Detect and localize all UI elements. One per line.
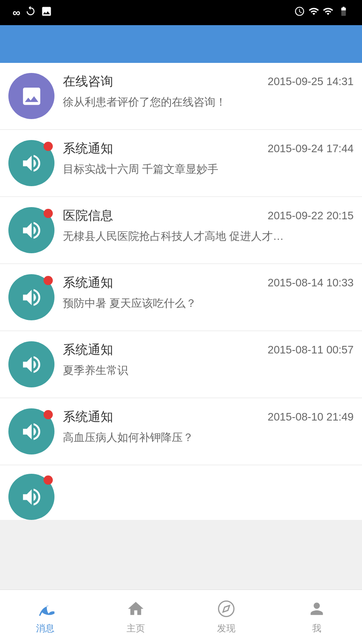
message-header-row: 系统通知2015-09-24 17:44 bbox=[63, 140, 354, 157]
leaf-icon bbox=[36, 600, 54, 620]
message-time: 2015-09-24 17:44 bbox=[268, 142, 354, 155]
avatar bbox=[8, 140, 54, 186]
list-item[interactable]: 系统通知2015-08-11 00:57夏季养生常识 bbox=[0, 331, 362, 397]
message-body: 徐从利患者评价了您的在线咨询！ bbox=[63, 94, 354, 109]
status-right bbox=[294, 6, 354, 19]
message-time: 2015-09-22 20:15 bbox=[268, 209, 354, 222]
nav-label-me: 我 bbox=[312, 622, 321, 635]
message-content: 在线咨询2015-09-25 14:31徐从利患者评价了您的在线咨询！ bbox=[63, 73, 354, 109]
avatar bbox=[8, 341, 54, 387]
clock-icon bbox=[294, 6, 305, 19]
message-header-row: 系统通知2015-08-10 21:49 bbox=[63, 408, 354, 426]
message-body: 夏季养生常识 bbox=[63, 363, 354, 378]
message-header-row: 系统通知2015-08-14 10:33 bbox=[63, 274, 354, 291]
avatar bbox=[8, 274, 54, 320]
status-left: ∞ bbox=[8, 5, 52, 20]
list-item[interactable]: 系统通知2015-08-14 10:33预防中暑 夏天应该吃什么？ bbox=[0, 264, 362, 330]
message-type: 系统通知 bbox=[63, 408, 113, 426]
unread-badge bbox=[44, 410, 53, 419]
message-content: 系统通知2015-08-14 10:33预防中暑 夏天应该吃什么？ bbox=[63, 274, 354, 311]
message-time: 2015-08-11 00:57 bbox=[268, 343, 354, 356]
list-item[interactable]: 在线咨询2015-09-25 14:31徐从利患者评价了您的在线咨询！ bbox=[0, 63, 362, 129]
message-body: 目标实战十六周 千篇文章显妙手 bbox=[63, 161, 354, 177]
status-bar: ∞ bbox=[0, 0, 362, 25]
signal-icon bbox=[323, 6, 334, 19]
message-header-row: 在线咨询2015-09-25 14:31 bbox=[63, 73, 354, 90]
battery-icon bbox=[337, 6, 350, 19]
nav-item-home[interactable]: 主页 bbox=[90, 590, 181, 644]
message-content: 系统通知2015-08-10 21:49高血压病人如何补钾降压？ bbox=[63, 408, 354, 445]
message-list: 在线咨询2015-09-25 14:31徐从利患者评价了您的在线咨询！ 系统通知… bbox=[0, 63, 362, 589]
nav-label-messages: 消息 bbox=[36, 622, 54, 635]
unread-badge bbox=[44, 276, 53, 285]
nav-item-discover[interactable]: 发现 bbox=[181, 590, 272, 644]
unread-badge bbox=[44, 209, 53, 218]
list-item[interactable] bbox=[0, 465, 362, 520]
message-time: 2015-08-14 10:33 bbox=[268, 276, 354, 289]
message-content: 系统通知2015-09-24 17:44目标实战十六周 千篇文章显妙手 bbox=[63, 140, 354, 177]
avatar bbox=[8, 207, 54, 253]
nav-item-messages[interactable]: 消息 bbox=[0, 590, 90, 644]
message-type: 医院信息 bbox=[63, 207, 113, 224]
bottom-navigation: 消息 主页 发现 我 bbox=[0, 589, 362, 644]
svg-point-1 bbox=[219, 601, 234, 616]
avatar bbox=[8, 474, 54, 520]
avatar bbox=[8, 408, 54, 454]
message-time: 2015-08-10 21:49 bbox=[268, 410, 354, 423]
message-type: 系统通知 bbox=[63, 140, 113, 157]
image-status-icon bbox=[41, 5, 52, 20]
app-header bbox=[0, 25, 362, 63]
message-header-row: 医院信息2015-09-22 20:15 bbox=[63, 207, 354, 224]
list-item[interactable]: 系统通知2015-08-10 21:49高血压病人如何补钾降压？ bbox=[0, 398, 362, 465]
message-body: 无棣县人民医院抢占科技人才高地 促进人才… bbox=[63, 229, 354, 244]
nav-item-me[interactable]: 我 bbox=[272, 590, 362, 644]
message-body: 高血压病人如何补钾降压？ bbox=[63, 430, 354, 445]
wifi-icon bbox=[308, 6, 319, 19]
message-type: 在线咨询 bbox=[63, 73, 113, 90]
message-time: 2015-09-25 14:31 bbox=[268, 75, 354, 88]
unread-badge bbox=[44, 142, 53, 151]
message-header-row: 系统通知2015-08-11 00:57 bbox=[63, 341, 354, 358]
list-item[interactable]: 系统通知2015-09-24 17:44目标实战十六周 千篇文章显妙手 bbox=[0, 130, 362, 196]
avatar bbox=[8, 73, 54, 119]
message-type: 系统通知 bbox=[63, 341, 113, 358]
home-icon bbox=[127, 600, 145, 620]
person-icon bbox=[308, 600, 326, 620]
list-item[interactable]: 医院信息2015-09-22 20:15无棣县人民医院抢占科技人才高地 促进人才… bbox=[0, 197, 362, 263]
unread-badge bbox=[44, 475, 53, 485]
loop-icon: ∞ bbox=[13, 6, 21, 19]
nav-label-discover: 发现 bbox=[217, 622, 235, 635]
compass-icon bbox=[217, 600, 235, 620]
message-body: 预防中暑 夏天应该吃什么？ bbox=[63, 296, 354, 311]
nav-label-home: 主页 bbox=[127, 622, 145, 635]
message-content: 系统通知2015-08-11 00:57夏季养生常识 bbox=[63, 341, 354, 378]
message-content: 医院信息2015-09-22 20:15无棣县人民医院抢占科技人才高地 促进人才… bbox=[63, 207, 354, 244]
refresh-icon bbox=[25, 5, 36, 20]
svg-point-0 bbox=[134, 605, 137, 608]
message-type: 系统通知 bbox=[63, 274, 113, 291]
